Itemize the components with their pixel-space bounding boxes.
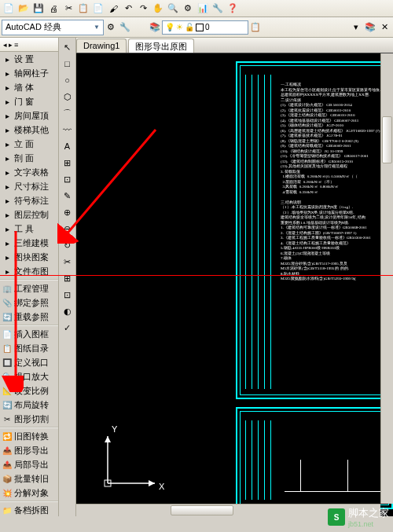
sidebar-item-0[interactable]: ▸设 置: [0, 52, 58, 66]
sidebar-item-14[interactable]: ▸图块图案: [0, 250, 58, 264]
sidebar-item-26[interactable]: 🔄布局旋转: [0, 398, 58, 412]
new-icon[interactable]: 📄: [2, 2, 16, 16]
vtool-9[interactable]: ✎: [60, 188, 75, 204]
chevron-down-icon[interactable]: ▾: [349, 20, 363, 35]
tab-export[interactable]: 图形导出原图: [128, 39, 194, 53]
sidebar-item-2[interactable]: ▸墙 体: [0, 80, 58, 94]
vtool-14[interactable]: ⊞: [60, 270, 75, 286]
sidebar-item-23[interactable]: 🔲定义视口: [0, 355, 58, 369]
sidebar-label: 绑定参照: [14, 297, 49, 309]
tool-icon[interactable]: 🔧: [211, 2, 225, 16]
layer-icon[interactable]: 📚: [363, 20, 377, 35]
sidebar-icon: 💥: [2, 487, 13, 498]
sidebar-icon: 📄: [2, 328, 13, 339]
sidebar-item-6[interactable]: ▸立 面: [0, 137, 58, 151]
annotation-hline: [0, 275, 393, 276]
layer-name: 0: [205, 23, 210, 31]
layer-tool-icon[interactable]: 📋: [248, 20, 263, 35]
vtool-2[interactable]: ○: [60, 72, 75, 88]
pan-icon[interactable]: ✋: [151, 2, 165, 16]
sidebar-item-21[interactable]: 📄插入图框: [0, 327, 58, 341]
tab-drawing1[interactable]: Drawing1: [76, 39, 127, 53]
vtool-7[interactable]: ⊞: [60, 155, 75, 171]
sidebar-label: 文字表格: [14, 167, 49, 178]
sidebar-item-12[interactable]: ▸工 具: [0, 222, 58, 236]
sidebar-item-5[interactable]: ▸楼梯其他: [0, 123, 58, 137]
sidebar-item-4[interactable]: ▸房间屋顶: [0, 108, 58, 123]
vtool-8[interactable]: ⊡: [60, 171, 75, 187]
sidebar-label: 工 具: [14, 223, 34, 235]
sidebar-item-22[interactable]: 📋图纸目录: [0, 341, 58, 355]
save-icon[interactable]: 💾: [31, 2, 46, 16]
chevron-left-icon[interactable]: ◂: [3, 41, 7, 49]
vtool-12[interactable]: ↻: [60, 237, 75, 253]
sidebar-item-19[interactable]: 🔄重载参照: [0, 310, 58, 324]
vtool-10[interactable]: ⊕: [60, 204, 75, 220]
vtool-1[interactable]: □: [60, 56, 75, 72]
sidebar-item-25[interactable]: 📐改变比例: [0, 383, 58, 398]
sidebar-item-8[interactable]: ▸文字表格: [0, 165, 58, 179]
close-icon[interactable]: ✕: [377, 20, 391, 35]
vtool-11[interactable]: ⊖: [60, 221, 75, 237]
copy-icon[interactable]: 📋: [76, 2, 90, 16]
vtool-3[interactable]: ⬡: [60, 89, 75, 105]
tool-icon[interactable]: ⚙: [181, 2, 195, 16]
ws-tool-icon[interactable]: 🔧: [118, 20, 132, 35]
vtool-5[interactable]: 〰: [60, 122, 75, 138]
vtool-13[interactable]: ✂: [60, 254, 75, 270]
chevron-right-icon[interactable]: ▸: [9, 41, 13, 49]
sidebar-item-33[interactable]: 💥分解对象: [0, 486, 58, 500]
panel-header: ◂ ▸ ≡: [0, 38, 58, 52]
sidebar-item-18[interactable]: 📎绑定参照: [0, 295, 58, 310]
model-space[interactable]: 一.工程概况 本工程为某住宅小区规划设计,位于某市某区某路某号地块. 总建筑面积…: [76, 53, 393, 516]
workspace-dropdown[interactable]: AutoCAD 经典 ▼: [2, 20, 104, 35]
sidebar-item-30[interactable]: 📤图形导出: [0, 443, 58, 457]
sidebar-item-15[interactable]: ▸文件布图: [0, 264, 58, 278]
sidebar-item-7[interactable]: ▸剖 面: [0, 151, 58, 165]
sidebar-label: 门 窗: [14, 96, 34, 108]
redo-icon[interactable]: ↷: [136, 2, 150, 16]
zoom-icon[interactable]: 🔍: [166, 2, 180, 16]
layer-icon[interactable]: 📚: [148, 20, 162, 35]
sidebar-item-13[interactable]: ▸三维建模: [0, 236, 58, 250]
paste-icon[interactable]: 📄: [91, 2, 105, 16]
sidebar-label: 批量转旧: [14, 473, 49, 485]
vtool-6[interactable]: A: [60, 138, 75, 154]
help-icon[interactable]: ❓: [226, 2, 240, 16]
vtool-17[interactable]: ✓: [60, 320, 75, 336]
sidebar-item-31[interactable]: 📤局部导出: [0, 457, 58, 471]
svg-marker-1: [149, 480, 155, 486]
sidebar-label: 定义视口: [14, 357, 49, 369]
ws-settings-icon[interactable]: ⚙: [104, 20, 118, 35]
sidebar-item-9[interactable]: ▸尺寸标注: [0, 179, 58, 193]
sidebar-item-3[interactable]: ▸门 窗: [0, 94, 58, 108]
drawing-canvas[interactable]: Drawing1 图形导出原图 一.工程概况 本工程为某住宅小区规划设计,位于某…: [76, 38, 393, 516]
vtool-16[interactable]: ◐: [60, 303, 75, 319]
match-icon[interactable]: 🖌: [106, 2, 120, 16]
open-icon[interactable]: 📂: [17, 2, 31, 16]
sidebar-item-27[interactable]: ✂图形切割: [0, 412, 58, 426]
drawing-frame-2: [236, 407, 393, 509]
sidebar-item-24[interactable]: 🔍视口放大: [0, 369, 58, 383]
sidebar-icon: 🔄: [2, 311, 13, 322]
sidebar-item-11[interactable]: ▸图层控制: [0, 207, 58, 222]
print-icon[interactable]: 🖨: [46, 2, 61, 16]
layer-dropdown[interactable]: 💡☀🔓 0: [162, 20, 248, 35]
vtool-15[interactable]: ⊡: [60, 287, 75, 303]
sidebar-item-32[interactable]: 📦批量转旧: [0, 471, 58, 486]
sidebar-item-1[interactable]: ▸轴网柱子: [0, 66, 58, 80]
sidebar-item-35[interactable]: 📁备档拆图: [0, 503, 58, 516]
menu-icon[interactable]: ≡: [14, 41, 18, 49]
scrollbar-vertical[interactable]: [380, 53, 393, 504]
sidebar-item-29[interactable]: 🔁旧图转换: [0, 429, 58, 443]
sidebar-icon: 📁: [2, 504, 13, 515]
sidebar-item-10[interactable]: ▸符号标注: [0, 193, 58, 207]
tool-icon[interactable]: 📊: [196, 2, 210, 16]
cut-icon[interactable]: ✂: [61, 2, 75, 16]
sidebar-label: 图块图案: [14, 251, 49, 263]
sidebar-item-17[interactable]: 🏢工程管理: [0, 281, 58, 295]
undo-icon[interactable]: ↶: [121, 2, 135, 16]
vtool-0[interactable]: ↖: [60, 39, 75, 55]
sidebar-label: 改变比例: [14, 385, 49, 397]
vtool-4[interactable]: ⌒: [60, 105, 75, 121]
